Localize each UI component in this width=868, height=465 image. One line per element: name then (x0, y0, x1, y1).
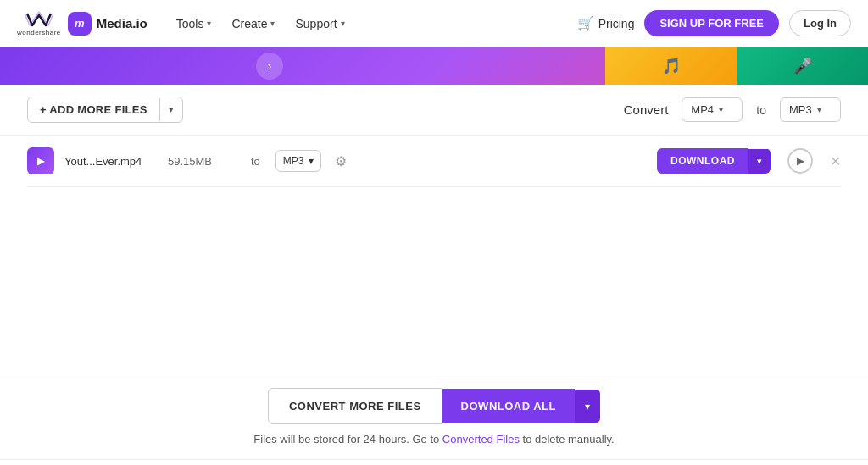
table-row: ▶ Yout...Ever.mp4 59.15MB to MP3 ▾ ⚙ DOW… (27, 136, 841, 187)
file-name: Yout...Ever.mp4 (64, 155, 158, 168)
navbar: wondershare m Media.io Tools ▾ Create ▾ … (0, 0, 868, 47)
convert-label: Convert (624, 102, 669, 117)
file-icon-label: ▶ (37, 156, 44, 167)
pricing-link[interactable]: 🛒 Pricing (577, 15, 635, 31)
file-format-select[interactable]: MP3 ▾ (275, 150, 321, 172)
download-all-main-button[interactable]: DOWNLOAD ALL (442, 389, 575, 423)
brand: wondershare m Media.io (17, 10, 147, 36)
file-to-label: to (251, 155, 260, 168)
settings-icon[interactable]: ⚙ (335, 153, 347, 169)
play-button[interactable]: ▶ (787, 148, 813, 174)
from-format-chevron: ▾ (719, 105, 723, 114)
chevron-down-icon: ▾ (341, 19, 345, 28)
to-format-select[interactable]: MP3 ▾ (780, 97, 841, 122)
ws-brand-text: wondershare (17, 29, 61, 36)
banner-next-arrow[interactable]: › (256, 53, 283, 80)
nav-item-create[interactable]: Create ▾ (223, 12, 283, 36)
download-dropdown-button[interactable]: ▾ (748, 149, 771, 174)
file-format-chevron: ▾ (309, 155, 314, 167)
to-format-chevron: ▾ (817, 105, 821, 114)
file-type-icon: ▶ (27, 147, 54, 174)
bottom-note: Files will be stored for 24 hours. Go to… (253, 433, 614, 446)
download-all-button[interactable]: DOWNLOAD ALL ▾ (442, 389, 600, 423)
nav-menu: Tools ▾ Create ▾ Support ▾ (168, 12, 353, 36)
banner-inner: › 🎵 🎤 (0, 47, 868, 85)
close-button[interactable]: ✕ (830, 153, 841, 169)
add-files-main-button[interactable]: + ADD MORE FILES (28, 97, 159, 122)
banner-thumb-2: 🎤 (737, 47, 868, 85)
chevron-down-icon: ▾ (207, 19, 211, 28)
play-icon: ▶ (797, 155, 804, 167)
file-list: ▶ Yout...Ever.mp4 59.15MB to MP3 ▾ ⚙ DOW… (0, 136, 868, 187)
nav-right: 🛒 Pricing SIGN UP FOR FREE Log In (577, 10, 851, 36)
file-size: 59.15MB (168, 155, 236, 168)
pricing-label: Pricing (598, 17, 635, 30)
nav-item-tools[interactable]: Tools ▾ (168, 12, 220, 36)
chevron-down-icon: ▾ (270, 19, 275, 28)
empty-area (0, 187, 868, 374)
cart-icon: 🛒 (577, 15, 594, 31)
login-button[interactable]: Log In (789, 10, 851, 36)
banner-thumbnails: 🎵 🎤 (605, 47, 868, 85)
convert-more-button[interactable]: CONVERT MORE FILES (268, 388, 442, 424)
note-text: Files will be stored for 24 hours. Go to (253, 433, 439, 446)
banner-thumb-1: 🎵 (605, 47, 737, 85)
media-name: Media.io (97, 16, 147, 30)
add-files-dropdown-button[interactable]: ▾ (159, 98, 182, 121)
note-end: to delete manually. (523, 433, 615, 446)
banner-strip: › 🎵 🎤 (0, 47, 868, 85)
wondershare-logo[interactable]: wondershare (17, 10, 61, 36)
signup-button[interactable]: SIGN UP FOR FREE (644, 10, 779, 36)
bottom-buttons: CONVERT MORE FILES DOWNLOAD ALL ▾ (268, 388, 600, 424)
media-icon: m (68, 12, 92, 36)
download-all-dropdown-button[interactable]: ▾ (575, 390, 600, 423)
to-label: to (756, 103, 766, 117)
footer-tools: 🎵 Audio Compressor ✂️ Audio Cutter 🔗 Aud… (0, 459, 868, 465)
media-logo[interactable]: m Media.io (68, 12, 147, 36)
from-format-select[interactable]: MP4 ▾ (682, 97, 743, 122)
add-files-button[interactable]: + ADD MORE FILES ▾ (27, 97, 183, 123)
download-main-button[interactable]: DOWNLOAD (657, 148, 748, 174)
converted-files-link[interactable]: Converted Files (442, 433, 520, 446)
from-format-value: MP4 (691, 103, 714, 116)
bottom-actions: CONVERT MORE FILES DOWNLOAD ALL ▾ Files … (0, 374, 868, 459)
to-format-value: MP3 (789, 103, 812, 116)
file-format-value: MP3 (283, 155, 304, 167)
nav-item-support[interactable]: Support ▾ (287, 12, 353, 36)
download-button[interactable]: DOWNLOAD ▾ (657, 148, 771, 174)
toolbar: + ADD MORE FILES ▾ Convert MP4 ▾ to MP3 … (0, 85, 868, 136)
